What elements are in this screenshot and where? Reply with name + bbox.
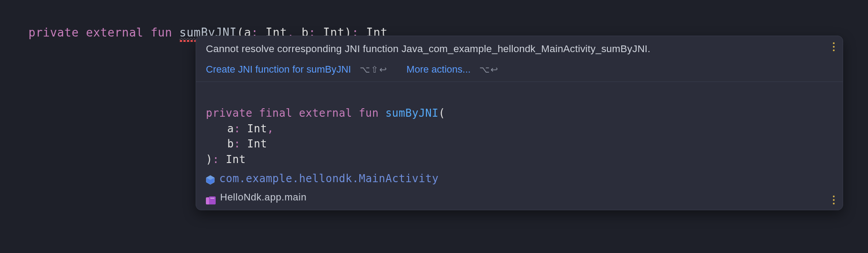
action-link[interactable]: More actions... — [406, 64, 470, 75]
editor-code-line[interactable]: private external fun sumByJNI(a: Int, b:… — [28, 12, 388, 39]
keyword-private: private — [28, 26, 79, 39]
more-options-icon[interactable] — [833, 196, 835, 204]
type-int: Int — [247, 122, 267, 135]
keyword-external: external — [86, 26, 143, 39]
inspection-tooltip: Cannot resolve corresponding JNI functio… — [196, 36, 843, 210]
tooltip-header-section: Cannot resolve corresponding JNI functio… — [196, 36, 843, 82]
quickfix-actions: Create JNI function for sumByJNI ⌥⇧↩ Mor… — [206, 64, 833, 75]
signature-block: private final external fun sumByJNI( a: … — [196, 82, 843, 210]
colon: : — [234, 122, 241, 135]
action-more[interactable]: More actions... ⌥↩ — [406, 64, 499, 75]
colon: : — [213, 153, 219, 166]
shortcut-hint: ⌥↩ — [479, 65, 499, 74]
module-path: HelloNdk.app.main — [220, 190, 306, 204]
action-create-jni[interactable]: Create JNI function for sumByJNI ⌥⇧↩ — [206, 64, 388, 75]
containing-module-row[interactable]: HelloNdk.app.main — [206, 190, 833, 204]
colon: : — [234, 138, 241, 150]
containing-class-row[interactable]: com.example.hellondk.MainActivity — [206, 171, 833, 187]
comma: , — [267, 122, 274, 135]
keyword-external: external — [299, 107, 352, 119]
class-icon — [206, 174, 215, 184]
paren-open: ( — [438, 107, 445, 119]
function-name: sumByJNI — [386, 107, 439, 119]
keyword-private: private — [206, 107, 253, 119]
error-message: Cannot resolve corresponding JNI functio… — [206, 43, 833, 55]
param-b: b — [227, 138, 234, 150]
shortcut-hint: ⌥⇧↩ — [360, 65, 388, 74]
keyword-fun: fun — [151, 26, 172, 39]
return-type: Int — [226, 153, 246, 166]
svg-rect-1 — [209, 196, 216, 204]
keyword-fun: fun — [359, 107, 379, 119]
param-a: a — [227, 122, 234, 135]
svg-rect-2 — [210, 198, 214, 199]
paren-close: ) — [206, 153, 213, 166]
class-path: com.example.hellondk.MainActivity — [219, 171, 438, 187]
keyword-final: final — [259, 107, 293, 119]
type-int: Int — [247, 138, 267, 150]
more-options-icon[interactable] — [833, 42, 835, 51]
module-icon — [206, 193, 216, 201]
action-link[interactable]: Create JNI function for sumByJNI — [206, 64, 351, 75]
